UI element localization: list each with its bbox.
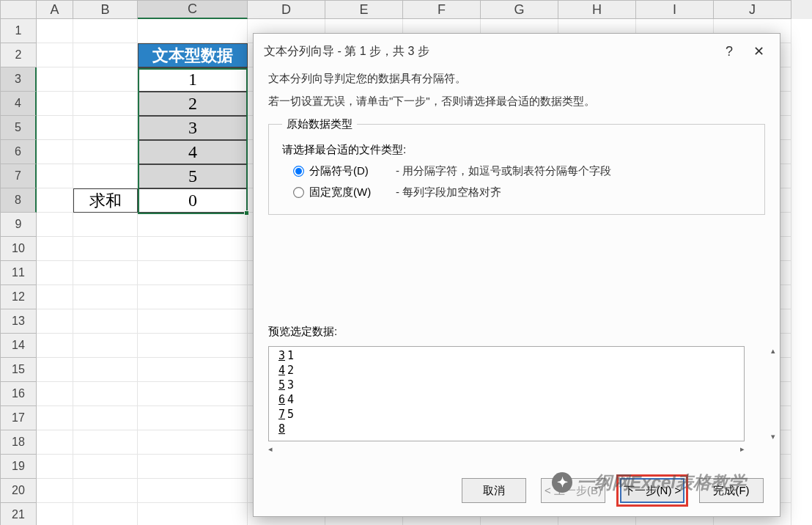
row-header-19[interactable]: 19 xyxy=(0,455,37,479)
cell-C16[interactable] xyxy=(138,382,248,406)
cell-A14[interactable] xyxy=(37,334,73,358)
column-header-I[interactable]: I xyxy=(636,0,714,19)
column-header-A[interactable]: A xyxy=(37,0,73,19)
column-header-C[interactable]: C xyxy=(138,0,248,19)
cell-C4[interactable]: 2 xyxy=(138,92,248,116)
row-header-11[interactable]: 11 xyxy=(0,261,37,285)
preview-scrollbar-vertical[interactable]: ▴ ▾ xyxy=(767,346,780,441)
cancel-button[interactable]: 取消 xyxy=(462,478,526,503)
radio-delimited-input[interactable] xyxy=(293,166,304,177)
cell-C3[interactable]: 1 xyxy=(138,67,248,92)
cell-A12[interactable] xyxy=(37,285,73,309)
cell-C15[interactable] xyxy=(138,358,248,382)
row-header-20[interactable]: 20 xyxy=(0,479,37,503)
cell-C19[interactable] xyxy=(138,455,248,479)
cell-A17[interactable] xyxy=(37,406,73,430)
row-header-14[interactable]: 14 xyxy=(0,334,37,358)
row-header-3[interactable]: 3 xyxy=(0,67,37,92)
cell-A13[interactable] xyxy=(37,309,73,334)
cell-C14[interactable] xyxy=(138,334,248,358)
cell-B6[interactable] xyxy=(73,140,138,164)
cell-A6[interactable] xyxy=(37,140,73,164)
cell-B9[interactable] xyxy=(73,213,138,237)
cell-B18[interactable] xyxy=(73,430,138,455)
cell-A21[interactable] xyxy=(37,503,73,525)
column-header-H[interactable]: H xyxy=(558,0,636,19)
cell-B2[interactable] xyxy=(73,43,138,67)
help-icon[interactable]: ? xyxy=(718,44,740,59)
cell-B5[interactable] xyxy=(73,116,138,140)
row-header-13[interactable]: 13 xyxy=(0,309,37,334)
cell-C2[interactable]: 文本型数据 xyxy=(138,43,248,67)
finish-button[interactable]: 完成(F) xyxy=(699,478,764,503)
cell-B16[interactable] xyxy=(73,382,138,406)
cell-C18[interactable] xyxy=(138,430,248,455)
cell-A11[interactable] xyxy=(37,261,73,285)
cell-B7[interactable] xyxy=(73,164,138,188)
row-header-18[interactable]: 18 xyxy=(0,430,37,455)
row-header-6[interactable]: 6 xyxy=(0,140,37,164)
cell-C13[interactable] xyxy=(138,309,248,334)
column-header-F[interactable]: F xyxy=(403,0,481,19)
cell-C1[interactable] xyxy=(138,19,248,43)
cell-B15[interactable] xyxy=(73,358,138,382)
cell-C20[interactable] xyxy=(138,479,248,503)
cell-C17[interactable] xyxy=(138,406,248,430)
radio-fixed-width-input[interactable] xyxy=(293,187,304,198)
cell-B3[interactable] xyxy=(73,67,138,92)
cell-C6[interactable]: 4 xyxy=(138,140,248,164)
cell-A9[interactable] xyxy=(37,213,73,237)
cell-A15[interactable] xyxy=(37,358,73,382)
cell-C7[interactable]: 5 xyxy=(138,164,248,188)
row-header-1[interactable]: 1 xyxy=(0,19,37,43)
cell-A8[interactable] xyxy=(37,188,73,213)
cell-A2[interactable] xyxy=(37,43,73,67)
cell-B1[interactable] xyxy=(73,19,138,43)
cell-A10[interactable] xyxy=(37,237,73,261)
radio-delimited[interactable]: 分隔符号(D) - 用分隔字符，如逗号或制表符分隔每个字段 xyxy=(294,164,751,178)
cell-A20[interactable] xyxy=(37,479,73,503)
row-header-5[interactable]: 5 xyxy=(0,116,37,140)
cell-A4[interactable] xyxy=(37,92,73,116)
cell-B8[interactable]: 求和 xyxy=(73,188,138,213)
row-header-10[interactable]: 10 xyxy=(0,237,37,261)
cell-B13[interactable] xyxy=(73,309,138,334)
cell-A19[interactable] xyxy=(37,455,73,479)
row-header-21[interactable]: 21 xyxy=(0,503,37,525)
cell-B17[interactable] xyxy=(73,406,138,430)
column-header-D[interactable]: D xyxy=(248,0,325,19)
scroll-down-icon[interactable]: ▾ xyxy=(767,432,780,441)
row-header-9[interactable]: 9 xyxy=(0,213,37,237)
row-header-12[interactable]: 12 xyxy=(0,285,37,309)
close-icon[interactable]: ✕ xyxy=(748,43,769,59)
row-header-2[interactable]: 2 xyxy=(0,43,37,67)
row-header-4[interactable]: 4 xyxy=(0,92,37,116)
row-header-15[interactable]: 15 xyxy=(0,358,37,382)
cell-C11[interactable] xyxy=(138,261,248,285)
select-all-corner[interactable] xyxy=(0,0,37,19)
cell-C10[interactable] xyxy=(138,237,248,261)
cell-A1[interactable] xyxy=(37,19,73,43)
scroll-left-icon[interactable]: ◂ xyxy=(268,444,273,458)
cell-B20[interactable] xyxy=(73,479,138,503)
cell-A5[interactable] xyxy=(37,116,73,140)
row-header-17[interactable]: 17 xyxy=(0,406,37,430)
next-button[interactable]: 下一步(N) > xyxy=(620,478,684,503)
row-header-7[interactable]: 7 xyxy=(0,164,37,188)
column-header-E[interactable]: E xyxy=(325,0,403,19)
cell-B21[interactable] xyxy=(73,503,138,525)
cell-B12[interactable] xyxy=(73,285,138,309)
cell-C8[interactable]: 0 xyxy=(138,188,248,213)
cell-B19[interactable] xyxy=(73,455,138,479)
cell-A18[interactable] xyxy=(37,430,73,455)
cell-C21[interactable] xyxy=(138,503,248,525)
scroll-up-icon[interactable]: ▴ xyxy=(767,346,780,356)
cell-A3[interactable] xyxy=(37,67,73,92)
cell-C9[interactable] xyxy=(138,213,248,237)
cell-A7[interactable] xyxy=(37,164,73,188)
cell-A16[interactable] xyxy=(37,382,73,406)
row-header-8[interactable]: 8 xyxy=(0,188,37,213)
preview-scrollbar-horizontal[interactable]: ◂ ▸ xyxy=(268,444,745,458)
row-header-16[interactable]: 16 xyxy=(0,382,37,406)
cell-B11[interactable] xyxy=(73,261,138,285)
